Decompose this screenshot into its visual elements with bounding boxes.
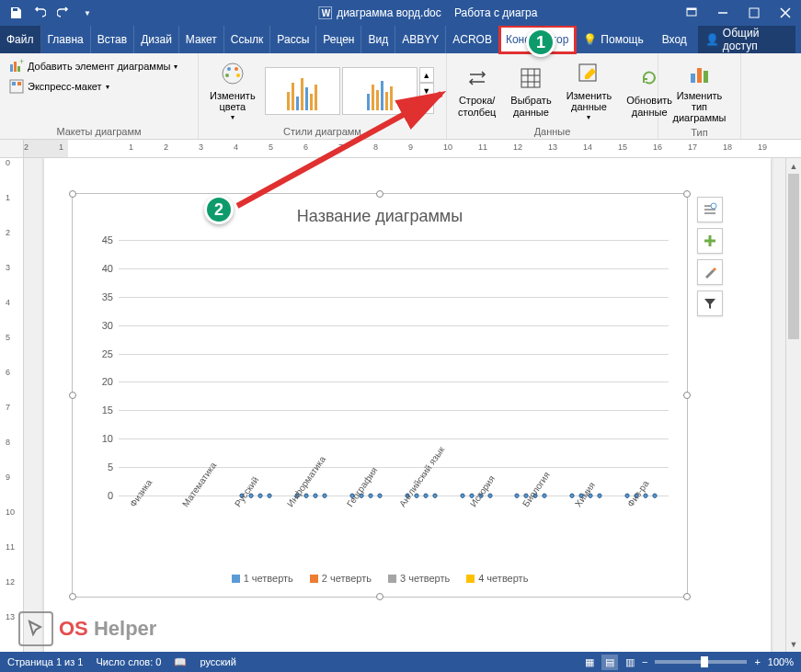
share-button[interactable]: 👤Общий доступ (698, 26, 795, 53)
chart-elements-icon[interactable] (697, 228, 723, 254)
status-bar: Страница 1 из 1 Число слов: 0 📖 русский … (0, 652, 801, 672)
tab-view[interactable]: Вид (361, 26, 395, 53)
svg-rect-24 (697, 68, 702, 83)
zoom-level[interactable]: 100% (768, 656, 794, 667)
bulb-icon: 💡 (583, 33, 597, 46)
spellcheck-icon[interactable]: 📖 (174, 656, 187, 668)
vertical-scrollbar[interactable]: ▲ ▼ (785, 158, 801, 652)
scroll-down-icon[interactable]: ▼ (786, 636, 801, 652)
add-chart-element-button[interactable]: +Добавить элемент диаграммы ▾ (6, 57, 181, 75)
svg-point-13 (227, 67, 231, 71)
switch-icon (463, 63, 492, 93)
svg-rect-17 (521, 69, 540, 87)
tell-me-button[interactable]: 💡Помощь (576, 26, 650, 53)
save-icon[interactable] (6, 3, 26, 23)
print-layout-icon[interactable]: ▤ (601, 655, 618, 670)
svg-rect-25 (704, 71, 708, 83)
svg-rect-7 (17, 66, 20, 72)
tab-insert[interactable]: Встав (91, 26, 134, 53)
svg-line-27 (237, 94, 441, 206)
sign-in-button[interactable]: Вход (655, 26, 694, 53)
zoom-out-icon[interactable]: − (642, 656, 647, 667)
contextual-tab-title: Работа с диагра (441, 0, 550, 26)
page: Название диаграммы 051015202530354045 Фи… (44, 158, 771, 652)
group-label-layouts: Макеты диаграмм (6, 124, 192, 137)
svg-point-16 (225, 74, 229, 77)
chart-side-buttons (697, 197, 723, 316)
chart-x-axis: ФизикаМатематикаРусскийИнформатикаГеогра… (119, 495, 669, 551)
tab-layout[interactable]: Макет (179, 26, 224, 53)
tab-review[interactable]: Рецен (316, 26, 361, 53)
quick-access-toolbar: ▼ (0, 3, 103, 23)
tab-mailings[interactable]: Рассы (270, 26, 316, 53)
redo-icon[interactable] (53, 3, 74, 23)
group-label-data: Данные (452, 124, 652, 137)
close-icon[interactable] (770, 0, 801, 26)
maximize-icon[interactable] (738, 0, 770, 26)
word-icon: W (318, 6, 331, 19)
document-area[interactable]: Название диаграммы 051015202530354045 Фи… (24, 158, 801, 652)
tab-design[interactable]: Дизай (134, 26, 179, 53)
tab-acrobat[interactable]: ACROB (446, 26, 499, 53)
zoom-in-icon[interactable]: + (754, 656, 760, 667)
change-chart-type-button[interactable]: Изменить тип диаграммы (664, 57, 735, 125)
chart-object[interactable]: Название диаграммы 051015202530354045 Фи… (72, 193, 688, 598)
ribbon-options-icon[interactable] (676, 0, 707, 26)
quick-layout-icon (9, 79, 24, 94)
tab-abbyy[interactable]: ABBYY (395, 26, 446, 53)
minimize-icon[interactable] (707, 0, 738, 26)
svg-rect-5 (10, 64, 13, 72)
palette-icon (218, 59, 247, 88)
scroll-thumb[interactable] (788, 174, 799, 339)
undo-icon[interactable] (29, 3, 50, 23)
edit-icon (574, 59, 603, 88)
group-label-type: Тип (664, 125, 735, 138)
person-icon: 👤 (705, 33, 719, 46)
svg-text:W: W (321, 8, 330, 18)
chart-type-icon (685, 59, 715, 88)
svg-point-14 (235, 67, 238, 71)
add-element-icon: + (9, 59, 24, 74)
window-controls (676, 0, 801, 26)
quick-layout-button[interactable]: Экспресс-макет ▾ (6, 77, 113, 96)
svg-rect-6 (14, 62, 17, 72)
svg-rect-23 (691, 74, 695, 83)
svg-point-26 (711, 203, 716, 209)
chart-filters-icon[interactable] (697, 290, 723, 316)
language-indicator[interactable]: русский (200, 656, 235, 667)
svg-rect-4 (750, 8, 759, 17)
page-indicator[interactable]: Страница 1 из 1 (7, 656, 83, 667)
svg-text:+: + (19, 59, 24, 66)
select-data-button[interactable]: Выбрать данные (505, 62, 556, 119)
gallery-up-icon[interactable]: ▲ (419, 67, 434, 83)
grid-icon (516, 63, 545, 93)
svg-point-12 (223, 63, 243, 84)
svg-rect-11 (17, 82, 21, 85)
web-layout-icon[interactable]: ▥ (625, 656, 635, 668)
tab-home[interactable]: Главна (41, 26, 91, 53)
ruler-vertical[interactable]: 012345678910111213 (0, 158, 24, 652)
edit-data-button[interactable]: Изменить данные▾ (561, 57, 618, 124)
tab-references[interactable]: Ссылк (224, 26, 271, 53)
chart-legend[interactable]: 1 четверть2 четверть3 четверть4 четверть (73, 573, 687, 584)
chart-styles-icon[interactable] (697, 259, 723, 285)
cursor-icon (18, 611, 53, 646)
tab-file[interactable]: Файл (0, 26, 41, 53)
annotation-arrow (230, 86, 460, 215)
svg-rect-10 (12, 82, 16, 85)
word-count[interactable]: Число слов: 0 (96, 656, 161, 667)
watermark: OS Helper (18, 611, 156, 646)
callout-2: 2 (204, 195, 234, 224)
read-mode-icon[interactable]: ▦ (585, 656, 594, 668)
layout-options-icon[interactable] (697, 197, 723, 222)
zoom-slider[interactable] (655, 660, 747, 664)
qat-dropdown-icon[interactable]: ▼ (77, 3, 97, 23)
scroll-up-icon[interactable]: ▲ (786, 158, 801, 174)
ribbon-tabs: Файл Главна Встав Дизай Макет Ссылк Расс… (0, 26, 801, 53)
svg-point-15 (236, 74, 240, 77)
callout-1: 1 (526, 28, 555, 57)
title-bar: ▼ W диаграмма ворд.docx - Word Работа с … (0, 0, 801, 26)
chart-plot-area[interactable]: 051015202530354045 (119, 240, 669, 495)
